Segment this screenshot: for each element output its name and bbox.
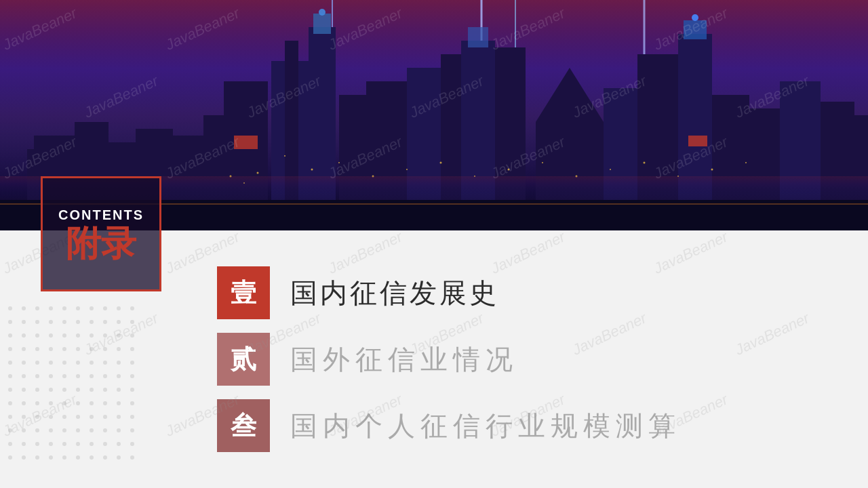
svg-point-95 [76,347,80,351]
svg-point-170 [8,455,12,460]
svg-point-158 [117,428,121,432]
svg-point-122 [35,388,39,392]
svg-point-102 [35,361,39,365]
svg-point-66 [90,306,94,310]
svg-point-77 [103,320,107,324]
svg-point-84 [62,333,66,338]
svg-point-136 [90,401,94,405]
svg-point-89 [130,333,134,338]
svg-point-133 [49,401,53,405]
menu-item-3[interactable]: 叁 国内个人征信行业规模测算 [217,399,868,452]
svg-point-111 [22,374,26,378]
svg-point-142 [35,415,39,419]
svg-point-117 [103,374,107,378]
svg-point-140 [8,415,12,419]
svg-point-120 [8,388,12,392]
svg-point-128 [117,388,121,392]
svg-point-69 [130,306,134,310]
contents-label: CONTENTS [58,207,144,223]
menu-number-1: 壹 [231,276,256,310]
svg-point-46 [406,169,408,170]
svg-point-86 [90,333,94,338]
svg-point-175 [76,455,80,460]
svg-point-76 [90,320,94,324]
svg-point-127 [103,388,107,392]
menu-item-2[interactable]: 贰 国外征信业情况 [217,333,868,386]
svg-point-154 [62,428,66,432]
svg-point-132 [35,401,39,405]
menu-number-box-3: 叁 [217,399,270,452]
svg-point-73 [49,320,53,324]
svg-point-149 [130,415,134,419]
svg-point-171 [22,455,26,460]
svg-point-141 [22,415,26,419]
svg-point-88 [117,333,121,338]
svg-point-56 [745,162,747,163]
svg-point-79 [130,320,134,324]
svg-point-148 [117,415,121,419]
svg-point-178 [117,455,121,460]
svg-point-135 [76,401,80,405]
svg-point-126 [90,388,94,392]
svg-point-109 [130,361,134,365]
svg-point-99 [130,347,134,351]
svg-point-104 [62,361,66,365]
content-area: CONTENTS 附录 壹 国内征信发展史 贰 国外征信业情况 叁 国内个人征信… [0,230,868,488]
svg-point-176 [90,455,94,460]
svg-point-143 [49,415,53,419]
svg-point-80 [8,333,12,338]
left-panel: CONTENTS 附录 [0,230,163,488]
svg-point-108 [117,361,121,365]
svg-point-106 [90,361,94,365]
svg-point-98 [117,347,121,351]
svg-point-110 [8,374,12,378]
svg-point-100 [8,361,12,365]
svg-point-146 [90,415,94,419]
svg-point-70 [8,320,12,324]
svg-point-85 [76,333,80,338]
svg-point-64 [62,306,66,310]
svg-point-90 [8,347,12,351]
menu-item-1[interactable]: 壹 国内征信发展史 [217,266,868,319]
svg-point-115 [76,374,80,378]
svg-point-173 [49,455,53,460]
svg-point-87 [103,333,107,338]
svg-point-118 [117,374,121,378]
svg-point-18 [319,9,326,16]
menu-number-box-2: 贰 [217,333,270,386]
svg-point-55 [711,169,713,171]
svg-point-72 [35,320,39,324]
svg-point-107 [103,361,107,365]
svg-point-91 [22,347,26,351]
svg-point-105 [76,361,80,365]
dot-grid [0,298,156,474]
svg-point-96 [90,347,94,351]
svg-point-138 [117,401,121,405]
svg-point-94 [62,347,66,351]
svg-point-103 [49,361,53,365]
menu-text-3: 国内个人征信行业规模测算 [290,407,681,445]
svg-point-157 [103,428,107,432]
svg-point-71 [22,320,26,324]
svg-point-167 [103,442,107,446]
svg-point-121 [22,388,26,392]
svg-point-163 [49,442,53,446]
svg-point-119 [130,374,134,378]
svg-point-75 [76,320,80,324]
svg-point-68 [117,306,121,310]
svg-point-81 [22,333,26,338]
svg-point-177 [103,455,107,460]
svg-point-161 [22,442,26,446]
svg-point-129 [130,388,134,392]
svg-point-47 [440,162,442,164]
svg-point-92 [35,347,39,351]
fulu-label: 附录 [66,226,136,261]
svg-point-145 [76,415,80,419]
svg-point-43 [311,169,313,171]
svg-point-179 [130,455,134,460]
svg-point-164 [62,442,66,446]
svg-point-160 [8,442,12,446]
svg-point-174 [62,455,66,460]
svg-point-156 [90,428,94,432]
svg-point-78 [117,320,121,324]
